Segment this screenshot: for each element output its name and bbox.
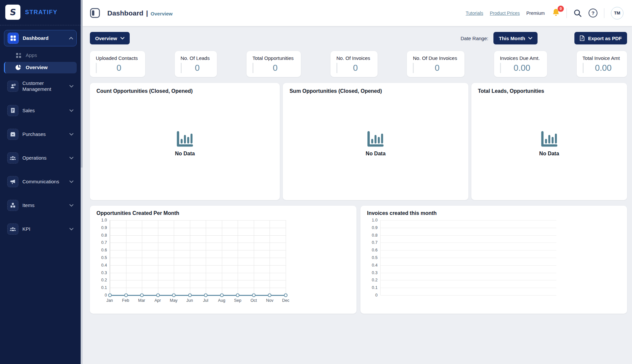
sidebar-item-apps[interactable]: Apps: [4, 50, 77, 61]
data-point-marker: [140, 294, 144, 297]
data-point-marker: [220, 294, 224, 297]
y-tick-label: 0.6: [372, 248, 378, 252]
y-tick-label: 0.1: [101, 285, 107, 290]
sidebar-item-operations[interactable]: Operations: [4, 150, 77, 166]
h-gridline: [381, 273, 556, 273]
data-point-marker: [108, 294, 112, 297]
x-tick-label: Sep: [234, 298, 241, 303]
stat-label: No. Of Leads: [181, 55, 210, 61]
y-tick-label: 0.6: [101, 248, 107, 252]
y-tick-label: 0.8: [101, 233, 107, 238]
sidebar-item-dashboard[interactable]: Dashboard: [4, 30, 77, 46]
stat-value: 0: [100, 63, 138, 73]
help-button[interactable]: ?: [589, 9, 597, 17]
stats-row: Uploaded Contacts 0 No. Of Leads 0 Total…: [90, 51, 627, 77]
user-avatar[interactable]: TM: [611, 7, 623, 19]
y-tick-label: 0.5: [101, 255, 107, 260]
plot-wrap: 1.00.90.80.70.60.50.40.30.20.10 JanFebMa…: [96, 220, 286, 305]
h-gridline: [381, 243, 556, 243]
chart-title: Invoices created this month: [367, 210, 620, 216]
y-tick-label: 0.2: [372, 278, 378, 282]
logo-s-icon: S: [9, 7, 17, 17]
sidebar-item-communications[interactable]: Communications: [4, 174, 77, 190]
pie-chart-icon: [15, 65, 22, 70]
sidebar-item-overview[interactable]: Overview: [4, 62, 77, 73]
no-data-bar-chart-icon: [367, 131, 384, 148]
charts-row: Opportunities Created Per Month 1.00.90.…: [90, 206, 627, 314]
stat-value: 0.00: [504, 63, 540, 73]
app-logo: S: [5, 5, 20, 20]
x-tick-label: May: [170, 298, 178, 303]
y-tick-label: 1.0: [101, 218, 107, 222]
dashboard-grid-icon: [8, 33, 19, 44]
y-tick-label: 0.7: [101, 240, 107, 245]
chart-opportunities-per-month: Opportunities Created Per Month 1.00.90.…: [90, 206, 356, 314]
app-root: S STRATIFY Dashboard Apps: [0, 0, 632, 364]
sidebar-item-label: Customer Management: [22, 80, 61, 93]
sidebar-item-label: Items: [22, 202, 35, 209]
date-range-dropdown[interactable]: This Month: [493, 32, 538, 44]
panels-row: Count Opportunities (Closed, Opened) No …: [90, 83, 627, 200]
y-tick-label: 0.7: [372, 240, 378, 245]
export-pdf-button[interactable]: Export as PDF: [574, 32, 627, 44]
h-gridline: [381, 295, 556, 296]
h-gridline: [110, 235, 286, 236]
tutorials-link[interactable]: Tutorials: [466, 11, 483, 16]
chart-invoices-this-month: Invoices created this month 1.00.90.80.7…: [360, 206, 627, 314]
sidebar-item-label: Sales: [22, 108, 35, 114]
empty-state: No Data: [175, 131, 195, 157]
sidebar-item-label: Apps: [26, 52, 37, 59]
search-button[interactable]: [573, 9, 582, 17]
y-tick-label: 0.9: [101, 225, 107, 230]
x-axis: JanFebMarAprMayJunJulAugSepOctNovDec: [110, 298, 286, 305]
h-gridline: [110, 288, 286, 288]
data-point-marker: [204, 294, 208, 297]
h-gridline: [381, 288, 556, 288]
premium-link[interactable]: Premium: [526, 11, 545, 16]
dashboard-content: Overview Date Range: This Month Export a…: [83, 26, 632, 364]
data-point-marker: [172, 294, 176, 297]
chevron-down-icon: [528, 37, 532, 39]
x-tick-label: Jan: [106, 298, 113, 303]
product-prices-link[interactable]: Product Prices: [490, 11, 520, 16]
h-gridline: [110, 258, 286, 258]
stat-value: 0: [257, 63, 294, 73]
stat-card-invoices-due-amt: Invoices Due Amt. 0.00: [494, 51, 547, 77]
stat-card-due-invoices: No. Of Due Invoices 0: [407, 51, 464, 77]
customer-management-icon: [7, 81, 18, 92]
chevron-up-icon: [69, 37, 73, 39]
divider: [566, 8, 567, 18]
divider: [604, 8, 604, 18]
sidebar-item-customer-management[interactable]: Customer Management: [4, 78, 77, 95]
receipt-icon: [7, 105, 18, 116]
pdf-file-icon: [580, 35, 585, 41]
data-point-marker: [252, 294, 255, 297]
h-gridline: [110, 280, 286, 280]
no-data-bar-chart-icon: [540, 131, 558, 148]
panel-count-opportunities: Count Opportunities (Closed, Opened) No …: [90, 83, 280, 200]
no-data-text: No Data: [366, 151, 385, 157]
h-gridline: [110, 220, 286, 221]
v-gridline: [110, 220, 110, 295]
sidebar-scrollbar[interactable]: [81, 0, 83, 364]
question-mark-icon: ?: [592, 10, 594, 16]
empty-state: No Data: [539, 131, 559, 157]
y-tick-label: 0.3: [372, 271, 378, 275]
chevron-down-icon: [69, 204, 73, 207]
sidebar-item-kpi[interactable]: KPI: [4, 221, 77, 237]
stat-value: 0.00: [587, 63, 620, 73]
stat-label: Uploaded Contacts: [96, 55, 138, 61]
stat-value: 0: [185, 63, 210, 73]
sidebar-item-label: Communications: [22, 179, 59, 185]
sidebar-item-purchases[interactable]: Purchases: [4, 126, 77, 142]
h-gridline: [381, 235, 556, 236]
chevron-down-icon: [69, 85, 73, 88]
sidebar-item-sales[interactable]: Sales: [4, 103, 77, 118]
people-icon: [7, 152, 18, 164]
view-selector-dropdown[interactable]: Overview: [90, 32, 130, 44]
date-range-label: Date Range:: [461, 36, 488, 41]
sidebar-toggle-button[interactable]: [90, 8, 100, 18]
sidebar-item-items[interactable]: Items: [4, 197, 77, 213]
box-icon: [7, 129, 18, 140]
notification-bell-button[interactable]: 0: [552, 8, 560, 18]
